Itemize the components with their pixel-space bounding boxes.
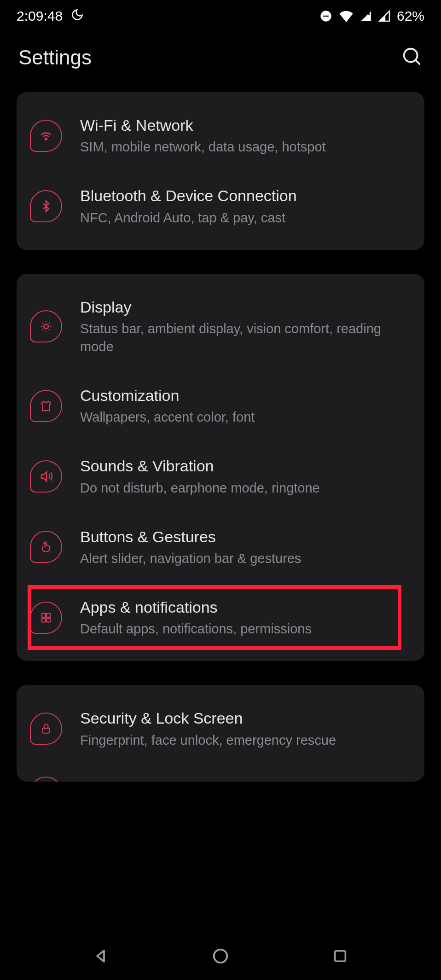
settings-group: Security & Lock Screen Fingerprint, face… bbox=[17, 685, 424, 782]
item-subtitle: Status bar, ambient display, vision comf… bbox=[80, 320, 412, 356]
settings-item-bluetooth[interactable]: Bluetooth & Device Connection NFC, Andro… bbox=[17, 171, 424, 241]
wifi-icon bbox=[30, 120, 62, 152]
dnd-minus-icon bbox=[319, 10, 332, 23]
svg-line-4 bbox=[416, 60, 420, 65]
svg-rect-10 bbox=[46, 618, 50, 622]
svg-rect-9 bbox=[42, 618, 46, 622]
settings-item-apps[interactable]: Apps & notifications Default apps, notif… bbox=[17, 582, 424, 653]
lock-icon bbox=[30, 713, 62, 745]
item-subtitle: Wallpapers, accent color, font bbox=[80, 408, 412, 426]
item-subtitle: Do not disturb, earphone mode, ringtone bbox=[80, 479, 412, 497]
item-subtitle: NFC, Android Auto, tap & pay, cast bbox=[80, 209, 412, 227]
battery-percent: 62% bbox=[397, 8, 424, 24]
item-title: Wi-Fi & Network bbox=[80, 115, 412, 135]
settings-item-display[interactable]: Display Status bar, ambient display, vis… bbox=[17, 282, 424, 371]
settings-group: Wi-Fi & Network SIM, mobile network, dat… bbox=[17, 92, 424, 250]
item-title: Buttons & Gestures bbox=[80, 527, 412, 547]
settings-item-wifi[interactable]: Wi-Fi & Network SIM, mobile network, dat… bbox=[17, 100, 424, 171]
settings-group: Display Status bar, ambient display, vis… bbox=[17, 274, 424, 661]
touch-icon bbox=[30, 531, 62, 563]
nav-back-button[interactable] bbox=[83, 938, 120, 974]
item-title: Display bbox=[80, 297, 412, 317]
signal1-icon: x bbox=[360, 10, 372, 22]
item-subtitle: Fingerprint, face unlock, emergency resc… bbox=[80, 731, 412, 749]
bluetooth-icon bbox=[30, 190, 62, 222]
speaker-icon bbox=[30, 460, 62, 493]
item-subtitle: Default apps, notifications, permissions bbox=[80, 620, 412, 638]
header: Settings bbox=[0, 32, 441, 92]
dnd-moon-icon bbox=[71, 8, 84, 24]
item-title: Security & Lock Screen bbox=[80, 708, 412, 728]
navigation-bar bbox=[0, 932, 441, 980]
tshirt-icon bbox=[30, 390, 62, 422]
svg-rect-1 bbox=[323, 16, 329, 17]
item-subtitle: Alert slider, navigation bar & gestures bbox=[80, 550, 412, 568]
settings-item-buttons[interactable]: Buttons & Gestures Alert slider, navigat… bbox=[17, 512, 424, 582]
settings-item-customization[interactable]: Customization Wallpapers, accent color, … bbox=[17, 371, 424, 441]
svg-point-3 bbox=[404, 49, 418, 62]
svg-rect-8 bbox=[46, 613, 50, 617]
wifi-status-icon bbox=[339, 10, 354, 23]
search-button[interactable] bbox=[401, 46, 423, 69]
svg-rect-7 bbox=[42, 613, 46, 617]
display-icon bbox=[30, 310, 62, 342]
item-title: Customization bbox=[80, 385, 412, 406]
apps-icon bbox=[30, 602, 62, 634]
nav-recent-button[interactable] bbox=[322, 938, 359, 974]
status-time: 2:09:48 bbox=[17, 8, 63, 24]
page-title: Settings bbox=[18, 46, 92, 69]
privacy-icon bbox=[30, 777, 62, 782]
svg-point-13 bbox=[214, 949, 227, 963]
settings-item-security[interactable]: Security & Lock Screen Fingerprint, face… bbox=[17, 693, 424, 764]
item-title: Bluetooth & Device Connection bbox=[80, 186, 412, 206]
item-title: Sounds & Vibration bbox=[80, 456, 412, 476]
nav-home-button[interactable] bbox=[202, 938, 239, 974]
signal2-icon bbox=[378, 10, 390, 22]
svg-rect-14 bbox=[335, 951, 345, 961]
item-title: Apps & notifications bbox=[80, 597, 412, 617]
status-bar: 2:09:48 x 62% bbox=[0, 0, 441, 32]
svg-point-5 bbox=[45, 138, 47, 140]
svg-rect-11 bbox=[42, 728, 49, 733]
svg-text:x: x bbox=[367, 11, 370, 16]
settings-item-sounds[interactable]: Sounds & Vibration Do not disturb, earph… bbox=[17, 441, 424, 511]
svg-point-6 bbox=[44, 324, 48, 329]
settings-item-privacy[interactable]: Privacy bbox=[17, 764, 424, 782]
item-subtitle: SIM, mobile network, data usage, hotspot bbox=[80, 138, 412, 156]
